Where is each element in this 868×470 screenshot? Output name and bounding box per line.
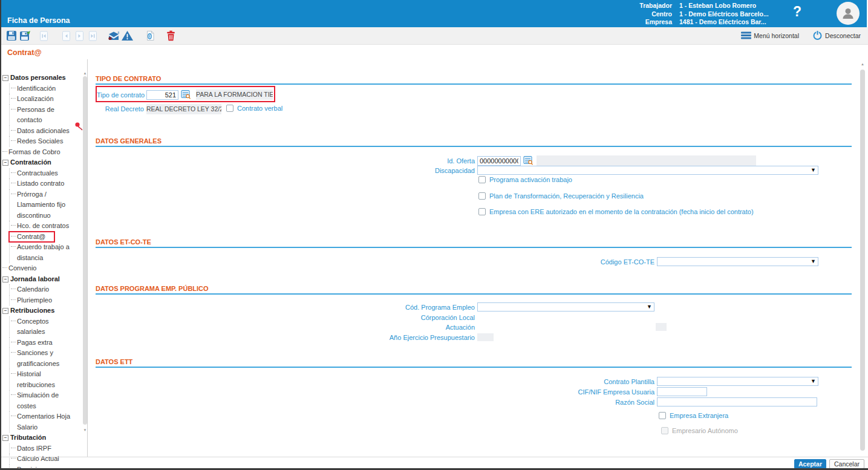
cod-programa-empleo-select[interactable]: ▼: [477, 302, 654, 312]
corporacion-local-label: Córporación Local: [340, 313, 475, 322]
sidebar-item[interactable]: −Historial retribuciones: [9, 369, 82, 390]
collapse-icon[interactable]: −: [2, 160, 8, 166]
sidebar-item[interactable]: −Conceptos salariales: [9, 316, 82, 338]
svg-text:8: 8: [118, 31, 120, 34]
first-record-icon[interactable]: [37, 30, 50, 42]
tree-branch-line: [11, 342, 16, 342]
context-row-empresa: Empresa 1481 - Demo Eléctricos Bar...: [630, 18, 776, 27]
page-title: Contrat@: [7, 48, 42, 57]
id-oferta-label: Id. Oferta: [396, 157, 475, 166]
cif-nif-empresa-usuaria-input[interactable]: [657, 387, 707, 396]
menu-icon[interactable]: [741, 31, 751, 41]
tree-branch-line: [2, 151, 7, 152]
collapse-icon[interactable]: −: [2, 75, 8, 81]
sidebar-item[interactable]: −Convenio: [2, 263, 82, 274]
contrato-verbal-checkbox[interactable]: [226, 105, 233, 112]
sidebar-item[interactable]: −Simulación de costes: [9, 390, 82, 411]
warning-icon[interactable]: [120, 30, 134, 42]
scroll-down-icon[interactable]: ▼: [83, 428, 87, 432]
scroll-up-icon[interactable]: ▲: [83, 71, 87, 75]
sidebar-item[interactable]: −Jornada laboral: [2, 274, 82, 285]
tipo-de-contrato-input[interactable]: [146, 90, 178, 100]
attachment-icon[interactable]: [143, 30, 157, 42]
sidebar-item[interactable]: −Contratación: [2, 157, 82, 168]
context-row-centro: Centro 1 - Demo Eléctricos Barcelo...: [630, 10, 776, 19]
last-record-icon[interactable]: [86, 30, 99, 42]
empresa-label: Empresa: [630, 18, 672, 27]
discapacidad-select[interactable]: ▼: [477, 166, 818, 175]
contrato-plantilla-select[interactable]: ▼: [657, 377, 818, 386]
footer-separator: [1, 457, 868, 457]
sidebar-item[interactable]: −Acuerdo trabajo a distancia: [9, 242, 82, 263]
sidebar-item[interactable]: −Comentarios Hoja Salario: [9, 411, 82, 432]
delete-icon[interactable]: [164, 30, 177, 42]
sidebar-item[interactable]: −Listado contrato: [9, 178, 82, 189]
disconnect-button[interactable]: Desconectar: [825, 32, 861, 39]
codigo-etcote-select[interactable]: ▼: [657, 257, 818, 266]
contrato-verbal-label: Contrato verbal: [237, 105, 282, 112]
section-title-tipo-contrato: TIPO DE CONTRATO: [96, 75, 161, 82]
help-icon[interactable]: ?: [793, 4, 801, 20]
sidebar-item[interactable]: −Retribuciones: [2, 305, 82, 316]
sidebar-item[interactable]: −Personas de contacto: [9, 105, 82, 126]
next-record-icon[interactable]: [73, 30, 86, 42]
real-decreto-label: Real Decreto: [97, 105, 144, 114]
menu-horizontal-button[interactable]: Menú horizontal: [754, 32, 799, 39]
sidebar-item[interactable]: −Cálculo Actual: [9, 454, 82, 465]
section-rule: [96, 83, 852, 85]
sidebar-item[interactable]: −Tributación: [2, 432, 82, 443]
cancelar-button[interactable]: Cancelar: [829, 459, 864, 469]
tree-branch-line: [11, 109, 16, 109]
collapse-icon[interactable]: −: [2, 276, 8, 282]
lookup-icon[interactable]: [523, 155, 534, 165]
scroll-up-icon[interactable]: ▲: [860, 62, 865, 66]
sidebar-item[interactable]: −Pagas extra: [9, 338, 82, 348]
section-rule: [96, 367, 852, 368]
empresa-extranjera-checkbox[interactable]: [659, 412, 666, 419]
collapse-icon[interactable]: −: [2, 308, 8, 314]
previous-record-icon[interactable]: [59, 30, 73, 42]
sidebar-item[interactable]: −Hco. de contratos: [9, 221, 82, 232]
sidebar-item[interactable]: −Datos adicionales: [9, 126, 82, 137]
trabajador-value: 1 - Esteban Lobo Romero: [679, 2, 776, 10]
main-scrollbar[interactable]: ▲: [860, 62, 865, 457]
sidebar-item[interactable]: −Contractuales: [9, 168, 82, 179]
main-scrollbar-thumb[interactable]: [860, 70, 865, 451]
aceptar-button[interactable]: Aceptar: [794, 459, 826, 469]
section-rule: [96, 146, 852, 147]
sidebar-scrollbar[interactable]: ▲ ▼: [83, 71, 87, 434]
context-row-trabajador: Trabajador 1 - Esteban Lobo Romero: [630, 2, 776, 10]
save-new-icon[interactable]: [18, 30, 31, 42]
power-icon[interactable]: [812, 30, 823, 42]
checkbox[interactable]: [478, 176, 486, 183]
sidebar-item[interactable]: −Redes Sociales: [9, 136, 82, 147]
sidebar-item[interactable]: −Identificación: [9, 83, 82, 94]
cif-nif-empresa-usuaria-label: CIF/NIF Empresa Usuaria: [534, 388, 654, 397]
checkbox[interactable]: [478, 208, 486, 215]
sidebar-item[interactable]: −Sanciones y gratificaciones: [9, 348, 82, 369]
section-title-datos-generales: DATOS GENERALES: [96, 137, 162, 145]
empresario-autonomo-label: Empresario Autónomo: [672, 427, 738, 434]
avatar[interactable]: [837, 2, 860, 25]
sidebar-item[interactable]: −Prórroga / Llamamiento fijo discontinuo: [9, 189, 82, 221]
sidebar-item[interactable]: −Contrat@: [9, 232, 54, 243]
save-icon[interactable]: [5, 30, 18, 42]
collapse-icon[interactable]: −: [2, 435, 8, 441]
sidebar-scrollbar-thumb[interactable]: [83, 76, 87, 425]
razon-social-input[interactable]: [657, 397, 817, 406]
tree-branch-line: [11, 394, 16, 395]
sidebar-tree: −Datos personales −Identificación −Local…: [2, 73, 82, 470]
sidebar-item[interactable]: −Formas de Cobro: [2, 147, 82, 158]
id-oferta-input[interactable]: [477, 156, 521, 166]
section-rule: [96, 293, 852, 295]
sidebar-item[interactable]: −Datos personales: [2, 73, 82, 83]
checkbox[interactable]: [478, 192, 486, 200]
codigo-etcote-label: Código ET-CO-TE: [558, 258, 654, 267]
sidebar-item[interactable]: −Calendario: [9, 284, 82, 295]
lookup-icon[interactable]: [181, 90, 191, 99]
sidebar-item[interactable]: −Localización: [9, 94, 82, 105]
discapacidad-label: Discapacidad: [396, 166, 475, 175]
messages-icon[interactable]: 8: [107, 30, 120, 42]
sidebar-item[interactable]: −Datos IRPF: [9, 443, 82, 454]
sidebar-item[interactable]: −Pluriempleo: [9, 295, 82, 306]
